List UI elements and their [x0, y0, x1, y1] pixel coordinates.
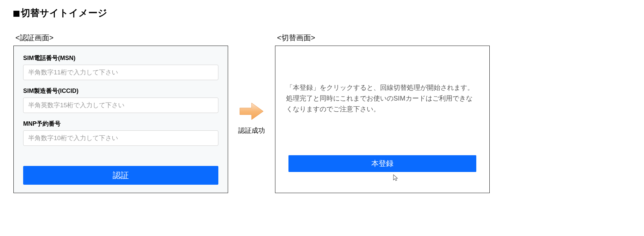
iccid-input[interactable] — [23, 98, 218, 113]
arrow-section: 認証成功 — [238, 101, 265, 135]
right-panel-wrapper: <切替画面> 「本登録」をクリックすると、回線切替処理が開始されます。処理完了と… — [275, 33, 490, 193]
page-title-text: 切替サイトイメージ — [21, 8, 107, 18]
msn-input[interactable] — [23, 65, 218, 80]
auth-panel: SIM電話番号(MSN) SIM製造番号(ICCID) MNP予約番号 認証 — [13, 46, 228, 193]
arrow-right-icon — [238, 101, 265, 121]
auth-button[interactable]: 認証 — [23, 166, 218, 185]
mnp-input[interactable] — [23, 130, 218, 146]
main-container: <認証画面> SIM電話番号(MSN) SIM製造番号(ICCID) MNP予約… — [13, 33, 631, 193]
cursor-icon — [393, 174, 399, 183]
msn-label: SIM電話番号(MSN) — [23, 54, 218, 62]
arrow-label: 認証成功 — [238, 126, 265, 135]
iccid-label: SIM製造番号(ICCID) — [23, 87, 218, 95]
left-panel-title: <認証画面> — [13, 33, 228, 43]
left-panel-wrapper: <認証画面> SIM電話番号(MSN) SIM製造番号(ICCID) MNP予約… — [13, 33, 228, 193]
right-panel-title: <切替画面> — [275, 33, 490, 43]
iccid-group: SIM製造番号(ICCID) — [23, 87, 218, 113]
msn-group: SIM電話番号(MSN) — [23, 54, 218, 80]
switch-panel: 「本登録」をクリックすると、回線切替処理が開始されます。処理完了と同時にこれまで… — [275, 46, 490, 193]
mnp-group: MNP予約番号 — [23, 120, 218, 146]
mnp-label: MNP予約番号 — [23, 120, 218, 128]
bullet-icon — [13, 11, 19, 17]
page-title: 切替サイトイメージ — [13, 7, 631, 19]
info-text: 「本登録」をクリックすると、回線切替処理が開始されます。処理完了と同時にこれまで… — [286, 82, 479, 114]
register-button[interactable]: 本登録 — [288, 155, 476, 172]
